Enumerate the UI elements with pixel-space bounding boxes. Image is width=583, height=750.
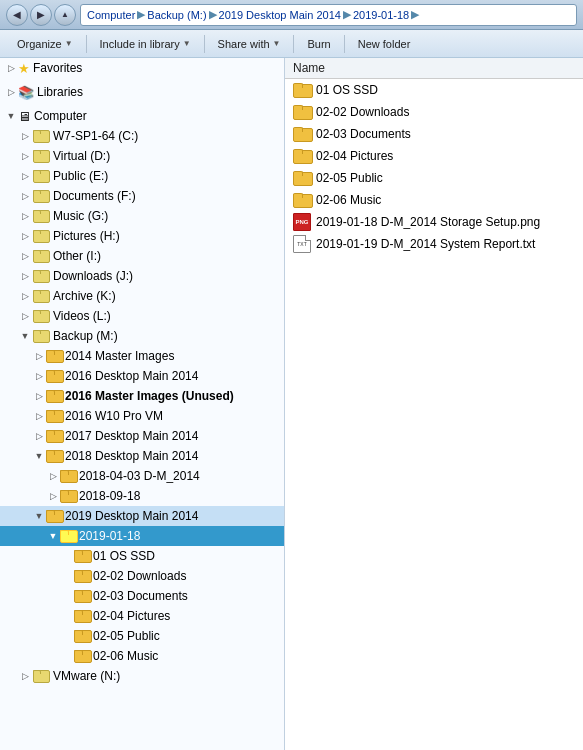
file-item[interactable]: 01 OS SSD bbox=[285, 79, 583, 101]
file-item[interactable]: 02-02 Downloads bbox=[285, 101, 583, 123]
file-item-png[interactable]: PNG 2019-01-18 D-M_2014 Storage Setup.pn… bbox=[285, 211, 583, 233]
file-item[interactable]: 02-06 Music bbox=[285, 189, 583, 211]
file-item[interactable]: 02-03 Documents bbox=[285, 123, 583, 145]
folder-02-03-tree[interactable]: 02-03 Documents bbox=[0, 586, 284, 606]
column-header[interactable]: Name bbox=[285, 58, 583, 79]
drive-m-expand[interactable]: ▼ bbox=[18, 329, 32, 343]
2016master-unused-expand[interactable]: ▷ bbox=[32, 389, 46, 403]
01osssd-tree-label: 01 OS SSD bbox=[93, 549, 155, 563]
png-file-icon: PNG bbox=[293, 213, 311, 231]
drive-i-expand[interactable]: ▷ bbox=[18, 249, 32, 263]
2019desktop-expand[interactable]: ▼ bbox=[32, 509, 46, 523]
drive-k[interactable]: ▷ Archive (K:) bbox=[0, 286, 284, 306]
folder-2018-09-18[interactable]: ▷ 2018-09-18 bbox=[0, 486, 284, 506]
drive-l-expand[interactable]: ▷ bbox=[18, 309, 32, 323]
file-02-03-name: 02-03 Documents bbox=[316, 127, 411, 141]
drive-m[interactable]: ▼ Backup (M:) bbox=[0, 326, 284, 346]
2018desktop-icon bbox=[46, 449, 62, 463]
folder-2018-04-03[interactable]: ▷ 2018-04-03 D-M_2014 bbox=[0, 466, 284, 486]
2016desktop-label: 2016 Desktop Main 2014 bbox=[65, 369, 198, 383]
2017desktop-label: 2017 Desktop Main 2014 bbox=[65, 429, 198, 443]
folder-02-06-tree[interactable]: 02-06 Music bbox=[0, 646, 284, 666]
drive-l-label: Videos (L:) bbox=[53, 309, 111, 323]
file-item-txt[interactable]: TXT 2019-01-19 D-M_2014 System Report.tx… bbox=[285, 233, 583, 255]
folder-2016master-unused[interactable]: ▷ 2016 Master Images (Unused) bbox=[0, 386, 284, 406]
drive-g-label: Music (G:) bbox=[53, 209, 108, 223]
drive-i-icon bbox=[32, 249, 50, 263]
libraries-item[interactable]: ▷ 📚 Libraries bbox=[0, 82, 284, 102]
drive-d-expand[interactable]: ▷ bbox=[18, 149, 32, 163]
drive-c[interactable]: ▷ W7-SP1-64 (C:) bbox=[0, 126, 284, 146]
drive-e-label: Public (E:) bbox=[53, 169, 108, 183]
folder-02-02-tree[interactable]: 02-02 Downloads bbox=[0, 566, 284, 586]
computer-item[interactable]: ▼ 🖥 Computer bbox=[0, 106, 284, 126]
up-button[interactable]: ▲ bbox=[54, 4, 76, 26]
back-button[interactable]: ◀ bbox=[6, 4, 28, 26]
2019-01-18-icon bbox=[60, 529, 76, 543]
2014master-expand[interactable]: ▷ bbox=[32, 349, 46, 363]
folder-02-05-tree[interactable]: 02-05 Public bbox=[0, 626, 284, 646]
burn-button[interactable]: Burn bbox=[298, 35, 339, 53]
libraries-expand[interactable]: ▷ bbox=[4, 85, 18, 99]
folder-02-05-icon bbox=[293, 170, 311, 186]
2017desktop-expand[interactable]: ▷ bbox=[32, 429, 46, 443]
drive-i[interactable]: ▷ Other (I:) bbox=[0, 246, 284, 266]
drive-j-expand[interactable]: ▷ bbox=[18, 269, 32, 283]
folder-2014master[interactable]: ▷ 2014 Master Images bbox=[0, 346, 284, 366]
drive-f[interactable]: ▷ Documents (F:) bbox=[0, 186, 284, 206]
folder-01osssd-tree[interactable]: 01 OS SSD bbox=[0, 546, 284, 566]
drive-e-expand[interactable]: ▷ bbox=[18, 169, 32, 183]
favorites-item[interactable]: ▷ ★ Favorites bbox=[0, 58, 284, 78]
favorites-expand[interactable]: ▷ bbox=[4, 61, 18, 75]
address-bar[interactable]: ◀ ▶ ▲ Computer ▶ Backup (M:) ▶ 2019 Desk… bbox=[0, 0, 583, 30]
drive-h[interactable]: ▷ Pictures (H:) bbox=[0, 226, 284, 246]
drive-c-label: W7-SP1-64 (C:) bbox=[53, 129, 138, 143]
drive-n-icon bbox=[32, 669, 50, 683]
2018-09-18-label: 2018-09-18 bbox=[79, 489, 140, 503]
folder-2017desktop[interactable]: ▷ 2017 Desktop Main 2014 bbox=[0, 426, 284, 446]
2016w10-expand[interactable]: ▷ bbox=[32, 409, 46, 423]
organize-button[interactable]: Organize ▼ bbox=[8, 35, 82, 53]
left-panel: ▷ ★ Favorites ▷ 📚 Libraries ▼ 🖥 Computer… bbox=[0, 58, 285, 750]
libraries-icon: 📚 bbox=[18, 85, 34, 100]
computer-label: Computer bbox=[34, 109, 87, 123]
drive-n-expand[interactable]: ▷ bbox=[18, 669, 32, 683]
file-item[interactable]: 02-05 Public bbox=[285, 167, 583, 189]
drive-l[interactable]: ▷ Videos (L:) bbox=[0, 306, 284, 326]
drive-e[interactable]: ▷ Public (E:) bbox=[0, 166, 284, 186]
folder-2016desktop[interactable]: ▷ 2016 Desktop Main 2014 bbox=[0, 366, 284, 386]
folder-2016w10[interactable]: ▷ 2016 W10 Pro VM bbox=[0, 406, 284, 426]
favorites-label: Favorites bbox=[33, 61, 82, 75]
drive-f-expand[interactable]: ▷ bbox=[18, 189, 32, 203]
forward-button[interactable]: ▶ bbox=[30, 4, 52, 26]
2018-04-03-expand[interactable]: ▷ bbox=[46, 469, 60, 483]
2018desktop-expand[interactable]: ▼ bbox=[32, 449, 46, 463]
right-panel: Name 01 OS SSD 02-02 Downloads 02-03 Doc… bbox=[285, 58, 583, 750]
include-in-library-button[interactable]: Include in library ▼ bbox=[91, 35, 200, 53]
folder-02-04-icon bbox=[293, 148, 311, 164]
computer-expand[interactable]: ▼ bbox=[4, 109, 18, 123]
share-with-label: Share with bbox=[218, 38, 270, 50]
2018-09-18-expand[interactable]: ▷ bbox=[46, 489, 60, 503]
drive-g[interactable]: ▷ Music (G:) bbox=[0, 206, 284, 226]
addr-2019desktop: 2019 Desktop Main 2014 bbox=[219, 9, 341, 21]
2016master-unused-icon bbox=[46, 389, 62, 403]
drive-h-expand[interactable]: ▷ bbox=[18, 229, 32, 243]
folder-01osssd-icon bbox=[293, 82, 311, 98]
drive-k-expand[interactable]: ▷ bbox=[18, 289, 32, 303]
file-item[interactable]: 02-04 Pictures bbox=[285, 145, 583, 167]
drive-j[interactable]: ▷ Downloads (J:) bbox=[0, 266, 284, 286]
drive-d[interactable]: ▷ Virtual (D:) bbox=[0, 146, 284, 166]
2019-01-18-expand[interactable]: ▼ bbox=[46, 529, 60, 543]
new-folder-button[interactable]: New folder bbox=[349, 35, 420, 53]
drive-g-expand[interactable]: ▷ bbox=[18, 209, 32, 223]
folder-2019desktop[interactable]: ▼ 2019 Desktop Main 2014 bbox=[0, 506, 284, 526]
drive-c-expand[interactable]: ▷ bbox=[18, 129, 32, 143]
address-input[interactable]: Computer ▶ Backup (M:) ▶ 2019 Desktop Ma… bbox=[80, 4, 577, 26]
drive-n[interactable]: ▷ VMware (N:) bbox=[0, 666, 284, 686]
2016desktop-expand[interactable]: ▷ bbox=[32, 369, 46, 383]
folder-2019-01-18[interactable]: ▼ 2019-01-18 bbox=[0, 526, 284, 546]
folder-02-04-tree[interactable]: 02-04 Pictures bbox=[0, 606, 284, 626]
folder-2018desktop[interactable]: ▼ 2018 Desktop Main 2014 bbox=[0, 446, 284, 466]
share-with-button[interactable]: Share with ▼ bbox=[209, 35, 290, 53]
